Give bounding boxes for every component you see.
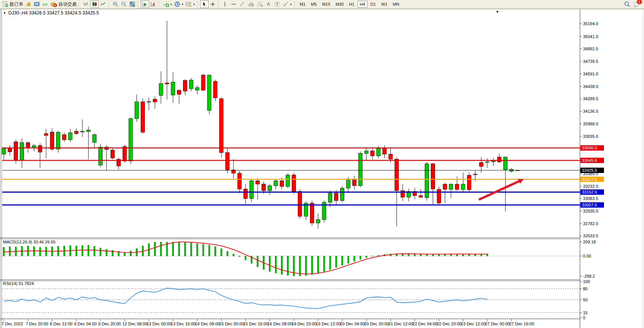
channel-icon: E: [247, 1, 254, 7]
horizontal-line-button[interactable]: [230, 0, 238, 8]
templates-button[interactable]: ▾: [185, 0, 196, 8]
horizontal-line-icon: [231, 1, 237, 7]
svg-text:33317.6: 33317.6: [582, 177, 597, 182]
zoom-in-icon: [112, 1, 119, 7]
bar-chart-button[interactable]: [82, 0, 90, 8]
svg-text:50: 50: [583, 298, 588, 302]
autotrading-label: 自动交易: [58, 1, 77, 8]
timeframe-button-m15[interactable]: M15: [320, 1, 332, 8]
autotrading-button[interactable]: 自动交易: [50, 0, 78, 8]
svg-text:A: A: [267, 2, 270, 7]
svg-text:16 Dec 08:00: 16 Dec 08:00: [267, 322, 292, 326]
toolbar-separator: [294, 1, 296, 8]
crosshair-icon: [210, 1, 216, 7]
cursor-button[interactable]: [200, 0, 209, 8]
svg-text:▼: ▼: [3, 11, 6, 15]
vertical-line-button[interactable]: [221, 0, 230, 8]
svg-text:7 Dec 2022: 7 Dec 2022: [2, 322, 23, 326]
timeframe-button-h4[interactable]: H4: [358, 1, 368, 8]
clock-icon: [174, 1, 180, 7]
indicators-button[interactable]: ▾: [162, 0, 173, 8]
svg-text:19 Dec 12:00: 19 Dec 12:00: [316, 322, 340, 326]
svg-text:9 Dec 20:00: 9 Dec 20:00: [98, 322, 121, 326]
auto-scroll-button[interactable]: [141, 0, 149, 8]
svg-text:-298.2: -298.2: [583, 274, 595, 278]
svg-text:35041.0: 35041.0: [583, 34, 598, 39]
fibonacci-button[interactable]: F: [255, 0, 265, 8]
svg-text:12 Dec 08:00: 12 Dec 08:00: [122, 322, 147, 326]
zoom-out-icon: [121, 1, 127, 7]
rsi-label: RSI(14) 51.7824: [3, 281, 34, 286]
periods-button[interactable]: ▾: [173, 0, 185, 8]
search-icon[interactable]: [624, 1, 631, 8]
svg-text:F: F: [261, 5, 263, 7]
timeframe-button-d1[interactable]: D1: [368, 1, 378, 8]
new-order-label: 新订单: [10, 1, 23, 8]
auto-scroll-icon: [142, 1, 148, 7]
toolbar-right: 1: [624, 0, 643, 8]
dropdown-caret: ▾: [193, 3, 195, 6]
toolbar: 新订单 自动交易: [0, 0, 644, 9]
timeframe-button-mn[interactable]: MN: [390, 1, 401, 8]
chart-title: ▼DJ30-,H4 33426.5 33427.5 33424.5 33425.…: [3, 10, 99, 16]
timeframe-button-m30[interactable]: M30: [333, 1, 346, 8]
timeframe-button-h1[interactable]: H1: [347, 1, 357, 8]
fibonacci-icon: F: [257, 1, 263, 7]
zoom-in-button[interactable]: [111, 0, 120, 8]
svg-text:0.00: 0.00: [583, 254, 591, 258]
chart-area[interactable]: 35194.035041.034892.534739.534591.034438…: [0, 9, 644, 328]
svg-text:13 Dec 16:00: 13 Dec 16:00: [171, 322, 196, 326]
text-button[interactable]: A: [265, 0, 273, 8]
candlestick-chart-icon: [92, 1, 98, 7]
terminal-button[interactable]: [33, 0, 41, 8]
chart-shift-icon: [150, 1, 156, 7]
gold-ingot-icon: [26, 1, 32, 7]
svg-text:18 Dec 23:00: 18 Dec 23:00: [292, 322, 316, 326]
new-order-button[interactable]: 新订单: [1, 0, 24, 8]
terminal-icon: [34, 1, 40, 7]
svg-text:34438.0: 34438.0: [583, 84, 598, 89]
svg-text:33696.0: 33696.0: [582, 146, 597, 150]
autotrading-icon: [51, 1, 57, 7]
macd-label: MACD(12,26,9) 33.46 26.55: [3, 240, 56, 244]
svg-text:34289.5: 34289.5: [583, 96, 598, 101]
notifications-button[interactable]: 1: [633, 0, 641, 8]
arrows-icon: [283, 1, 289, 7]
dropdown-caret: ▾: [290, 3, 292, 6]
crosshair-button[interactable]: [209, 0, 217, 8]
signals-button[interactable]: [41, 0, 50, 8]
timeframe-button-w1[interactable]: W1: [379, 1, 390, 8]
svg-text:33083.5: 33083.5: [583, 196, 598, 201]
svg-text:20 Dec 04:00: 20 Dec 04:00: [340, 322, 365, 326]
svg-text:33007.6: 33007.6: [582, 203, 597, 207]
svg-text:9 Dec 04:00: 9 Dec 04:00: [74, 322, 96, 326]
svg-text:15: 15: [583, 310, 588, 315]
svg-text:80: 80: [583, 286, 588, 291]
toolbar-separator: [138, 1, 140, 8]
svg-text:7 Dec 20:00: 7 Dec 20:00: [26, 322, 48, 326]
svg-text:22 Dec 20:00: 22 Dec 20:00: [437, 322, 461, 326]
trendline-button[interactable]: [238, 0, 246, 8]
signal-icon: [42, 1, 48, 7]
svg-text:21 Dec 12:00: 21 Dec 12:00: [388, 322, 413, 326]
svg-text:35194.0: 35194.0: [583, 21, 598, 26]
zoom-out-button[interactable]: [120, 0, 128, 8]
svg-text:22 Dec 04:00: 22 Dec 04:00: [413, 322, 437, 326]
timeframe-button-m5[interactable]: M5: [308, 1, 319, 8]
svg-text:32782.0: 32782.0: [583, 221, 598, 226]
chart-shift-button[interactable]: [149, 0, 157, 8]
text-label-button[interactable]: T: [273, 0, 281, 8]
svg-text:0: 0: [583, 315, 585, 320]
line-chart-button[interactable]: [99, 0, 107, 8]
svg-text:DJ30-,H4 33426.5 33427.5 3342: DJ30-,H4 33426.5 33427.5 33424.5 33425.5: [8, 10, 99, 16]
text-label-icon: T: [274, 1, 280, 7]
toolbar-separator: [159, 1, 161, 8]
market-watch-button[interactable]: [24, 0, 33, 8]
tile-windows-button[interactable]: [128, 0, 137, 8]
arrows-button[interactable]: ▾: [281, 0, 293, 8]
candlestick-chart-button[interactable]: [90, 0, 99, 8]
svg-text:23 Dec 12:00: 23 Dec 12:00: [461, 322, 486, 326]
tile-windows-icon: [129, 1, 135, 7]
timeframe-button-m1[interactable]: M1: [297, 1, 308, 8]
equidistant-channel-button[interactable]: E: [246, 0, 255, 8]
